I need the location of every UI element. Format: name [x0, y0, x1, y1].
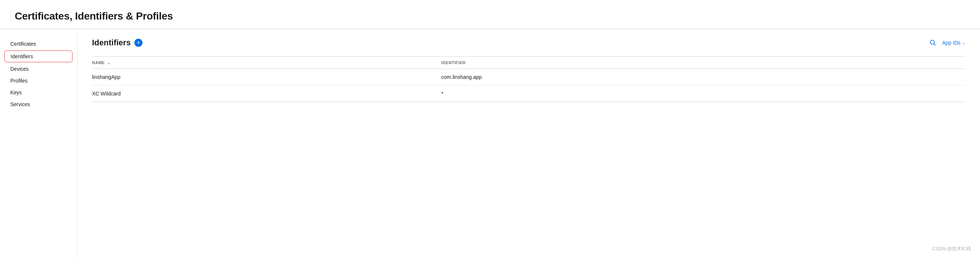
sidebar-item-keys[interactable]: Keys [0, 87, 77, 98]
header-actions: App IDs ⌄ [928, 38, 965, 48]
filter-label: App IDs [942, 40, 961, 46]
layout: Certificates Identifiers Devices Profile… [0, 29, 980, 258]
table-row[interactable]: XC Wildcard * [92, 85, 965, 102]
page-header: Certificates, Identifiers & Profiles [0, 0, 980, 29]
search-icon [929, 39, 936, 46]
sidebar-item-identifiers[interactable]: Identifiers [5, 50, 73, 62]
section-title-group: Identifiers + [92, 38, 142, 48]
column-header-name: NAME ⌄ [92, 57, 441, 69]
section-header: Identifiers + App IDs ⌄ [92, 38, 965, 48]
sort-icon: ⌄ [107, 61, 110, 65]
sidebar-item-services[interactable]: Services [0, 98, 77, 110]
sidebar-item-devices[interactable]: Devices [0, 63, 77, 75]
filter-button[interactable]: App IDs ⌄ [942, 40, 965, 46]
page-title: Certificates, Identifiers & Profiles [15, 10, 965, 22]
main-content: Identifiers + App IDs ⌄ [77, 29, 980, 258]
table-row[interactable]: linshangApp com.linshang.app [92, 69, 965, 85]
row-name: XC Wildcard [92, 85, 441, 102]
sidebar-item-profiles[interactable]: Profiles [0, 75, 77, 87]
sidebar: Certificates Identifiers Devices Profile… [0, 29, 77, 258]
add-identifier-button[interactable]: + [134, 39, 142, 47]
row-identifier: * [441, 85, 965, 102]
section-title: Identifiers [92, 38, 131, 48]
table-header: NAME ⌄ IDENTIFIER [92, 57, 965, 69]
chevron-down-icon: ⌄ [962, 40, 965, 45]
sidebar-item-certificates[interactable]: Certificates [0, 38, 77, 50]
row-identifier: com.linshang.app [441, 69, 965, 85]
search-button[interactable] [928, 38, 938, 48]
row-name: linshangApp [92, 69, 441, 85]
svg-line-1 [934, 44, 936, 46]
column-header-identifier: IDENTIFIER [441, 57, 965, 69]
table-body: linshangApp com.linshang.app XC Wildcard… [92, 69, 965, 102]
identifiers-table: NAME ⌄ IDENTIFIER linshangApp com.linsha… [92, 56, 965, 102]
